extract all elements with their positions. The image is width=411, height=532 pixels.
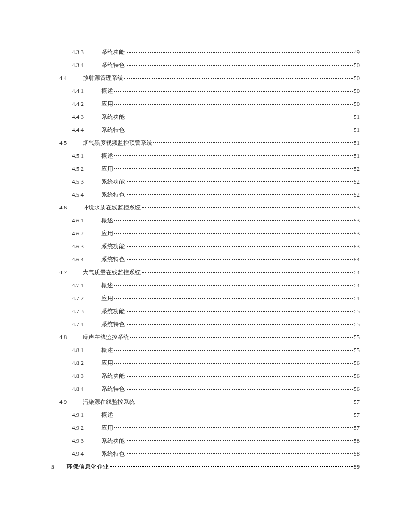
toc-leader-dots xyxy=(126,440,353,441)
toc-entry-page: 51 xyxy=(354,140,360,146)
toc-entry-page: 58 xyxy=(354,438,360,444)
toc-entry-title: 系统功能 xyxy=(101,179,125,184)
toc-entry-number: 4.7.2 xyxy=(72,295,101,301)
toc-leader-dots xyxy=(114,427,353,428)
toc-entry-page: 50 xyxy=(354,62,360,68)
toc-entry: 4.4.1概述50 xyxy=(51,88,360,94)
toc-entry-page: 56 xyxy=(354,360,360,366)
toc-entry-title: 环境水质在线监控系统 xyxy=(83,205,141,210)
toc-entry-number: 4.5.1 xyxy=(72,153,101,159)
toc-entry-title: 环保信息化企业 xyxy=(67,464,109,469)
toc-entry-page: 54 xyxy=(354,269,360,275)
toc-entry: 4.7大气质量在线监控系统54 xyxy=(51,269,360,275)
toc-entry-number: 4.6.1 xyxy=(72,218,101,223)
toc-entry-page: 53 xyxy=(354,205,360,210)
toc-entry-number: 4.6.2 xyxy=(72,230,101,236)
toc-entry-number: 4.7.1 xyxy=(72,282,101,288)
toc-entry-number: 4.5.3 xyxy=(72,179,101,184)
toc-leader-dots xyxy=(114,155,353,156)
toc-leader-dots xyxy=(126,52,353,53)
toc-entry-number: 4.4.4 xyxy=(72,127,101,133)
toc-entry-title: 烟气黑度视频监控预警系统 xyxy=(83,140,152,146)
toc-leader-dots xyxy=(126,376,353,377)
toc-entry-number: 4.9.2 xyxy=(72,425,101,431)
toc-entry-number: 4.4.1 xyxy=(72,88,101,94)
toc-entry-number: 4.9.4 xyxy=(72,451,101,457)
toc-entry-title: 系统特色 xyxy=(101,451,125,457)
toc-entry: 4.6环境水质在线监控系统53 xyxy=(51,205,360,210)
toc-entry-number: 4.5.4 xyxy=(72,192,101,197)
toc-entry-number: 4.4.3 xyxy=(72,114,101,120)
toc-entry-number: 4.6.3 xyxy=(72,243,101,249)
toc-entry-title: 噪声在线监控系统 xyxy=(83,334,129,340)
toc-entry: 4.5.3系统功能52 xyxy=(51,179,360,184)
toc-leader-dots xyxy=(124,78,353,79)
toc-entry-page: 51 xyxy=(354,114,360,120)
toc-entry: 4.9.3系统功能58 xyxy=(51,438,360,444)
toc-entry-title: 概述 xyxy=(101,218,113,223)
toc-entry-title: 系统功能 xyxy=(101,308,125,314)
toc-entry-title: 应用 xyxy=(101,230,113,236)
toc-entry: 4.8.1概述55 xyxy=(51,347,360,353)
toc-entry: 4.7.2应用54 xyxy=(51,295,360,301)
toc-entry-page: 56 xyxy=(354,373,360,379)
toc-entry: 4.9.4系统特色58 xyxy=(51,451,360,457)
toc-entry-title: 系统特色 xyxy=(101,127,125,133)
toc-leader-dots xyxy=(126,246,353,247)
toc-leader-dots xyxy=(114,350,353,351)
toc-entry-title: 系统功能 xyxy=(101,114,125,120)
toc-entry-title: 放射源管理系统 xyxy=(83,75,123,81)
toc-entry-title: 系统功能 xyxy=(101,49,125,55)
toc-entry: 4.4.4系统特色51 xyxy=(51,127,360,133)
toc-entry-title: 应用 xyxy=(101,360,113,366)
toc-entry-title: 概述 xyxy=(101,153,113,159)
toc-entry-number: 4.7.3 xyxy=(72,308,101,314)
toc-entry: 4.7.3系统功能55 xyxy=(51,308,360,314)
toc-entry-title: 系统功能 xyxy=(101,373,125,379)
toc-entry-title: 概述 xyxy=(101,412,113,418)
toc-entry: 4.6.3系统功能53 xyxy=(51,243,360,249)
toc-entry-title: 系统特色 xyxy=(101,192,125,197)
toc-leader-dots xyxy=(136,402,353,402)
toc-leader-dots xyxy=(126,259,353,260)
toc-leader-dots xyxy=(114,168,353,169)
toc-entry: 4.6.1概述53 xyxy=(51,218,360,223)
toc-entry-number: 4.4.2 xyxy=(72,101,101,107)
toc-entry-number: 4.6 xyxy=(59,205,83,210)
toc-entry-title: 大气质量在线监控系统 xyxy=(83,269,141,275)
toc-entry-page: 59 xyxy=(354,464,360,469)
toc-leader-dots xyxy=(114,233,353,234)
toc-entry: 4.4放射源管理系统50 xyxy=(51,75,360,81)
toc-entry: 4.5.1概述51 xyxy=(51,153,360,159)
toc-entry-number: 4.8.1 xyxy=(72,347,101,353)
toc-leader-dots xyxy=(126,65,353,66)
toc-entry-page: 55 xyxy=(354,321,360,327)
toc-entry-page: 52 xyxy=(354,166,360,172)
toc-entry-page: 50 xyxy=(354,75,360,81)
toc-entry-title: 系统特色 xyxy=(101,62,125,68)
toc-entry: 4.9污染源在线监控系统57 xyxy=(51,399,360,405)
toc-entry: 4.8.3系统功能56 xyxy=(51,373,360,379)
toc-entry: 4.3.3系统功能49 xyxy=(51,49,360,55)
toc-entry: 4.4.3系统功能51 xyxy=(51,114,360,120)
toc-leader-dots xyxy=(114,91,353,92)
toc-leader-dots xyxy=(114,220,353,221)
toc-entry-page: 54 xyxy=(354,282,360,288)
toc-entry: 4.7.1概述54 xyxy=(51,282,360,288)
toc-leader-dots xyxy=(114,298,353,299)
toc-leader-dots xyxy=(142,207,353,208)
toc-leader-dots xyxy=(126,453,353,454)
toc-entry-number: 4.9.1 xyxy=(72,412,101,418)
toc-leader-dots xyxy=(126,324,353,325)
toc-entry: 4.5.2应用52 xyxy=(51,166,360,172)
toc-entry-number: 4.3.4 xyxy=(72,62,101,68)
toc-entry-page: 53 xyxy=(354,218,360,223)
toc-list: 4.3.3系统功能494.3.4系统特色504.4放射源管理系统504.4.1概… xyxy=(51,49,360,469)
toc-entry: 4.8.4系统特色56 xyxy=(51,386,360,392)
toc-entry-page: 55 xyxy=(354,347,360,353)
toc-entry-title: 系统功能 xyxy=(101,438,125,444)
toc-entry: 4.4.2应用50 xyxy=(51,101,360,107)
toc-entry-page: 54 xyxy=(354,295,360,301)
toc-leader-dots xyxy=(126,311,353,312)
toc-entry-page: 57 xyxy=(354,399,360,405)
